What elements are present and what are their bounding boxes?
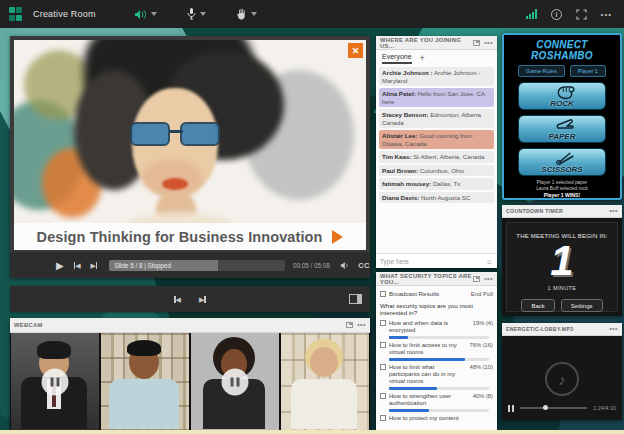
audio-progress-bar[interactable] <box>520 407 587 409</box>
previous-slide-button[interactable]: ◀ <box>74 262 81 269</box>
slide-progress-bar[interactable]: Slide 5 / 8 | Stopped <box>109 260 284 271</box>
poll-option-label: How to limit access to my virtual rooms <box>389 342 466 356</box>
help-icon[interactable]: i <box>551 9 562 20</box>
nav-previous-button[interactable]: ◀ <box>174 296 181 303</box>
portrait-lips <box>162 178 188 190</box>
poll-option-checkbox[interactable] <box>380 364 386 370</box>
countdown-pod: COUNTDOWN TIMER ••• THE MEETING WILL BEG… <box>502 205 622 316</box>
chat-pod: WHERE ARE YOU JOINING US... ••• Everyone… <box>376 36 497 268</box>
poll-option-label: How to limit what participants can do in… <box>389 364 466 385</box>
closed-captions-button[interactable]: CC <box>358 261 370 270</box>
game-result-text: Player 1 selected paper Laura Buff selec… <box>504 180 620 198</box>
tab-everyone[interactable]: Everyone <box>382 53 412 64</box>
webcam-tile[interactable] <box>281 333 369 430</box>
poll-option-result: 40% (8) <box>473 393 493 399</box>
poll-question: What security topics are you most intere… <box>380 302 493 316</box>
roshambo-game-pod: CONNECT ROSHAMBO Game Rules Player 1 ROC… <box>502 33 622 200</box>
countdown-pod-header: COUNTDOWN TIMER ••• <box>502 205 622 218</box>
music-note-icon: ♪ <box>558 371 566 388</box>
player-button[interactable]: Player 1 <box>570 65 606 77</box>
webcam-tile[interactable] <box>101 333 189 430</box>
meeting-room-window: Creative Room <box>0 0 624 434</box>
pod-menu-icon[interactable]: ••• <box>609 327 618 331</box>
countdown-number: 1 <box>507 239 617 283</box>
audio-pod-header: ENERGETIC-LOBBY.MP3 ••• <box>502 323 622 336</box>
webcam-tile[interactable] <box>11 333 99 430</box>
webcam-tile[interactable] <box>191 333 279 430</box>
poll-option-checkbox[interactable] <box>380 320 386 326</box>
end-poll-link[interactable]: End Poll <box>471 291 493 297</box>
chat-message: Paul Brown: Columbus, Ohio <box>379 165 494 177</box>
pod-menu-icon[interactable]: ••• <box>609 209 618 213</box>
audio-time: 1:24/4:10 <box>593 405 616 411</box>
connection-status-icon[interactable] <box>526 9 537 19</box>
broadcast-results-checkbox[interactable] <box>380 291 386 297</box>
pod-menu-icon[interactable]: ••• <box>357 323 366 327</box>
webcam-pod: WEBCAM ••• <box>10 318 370 430</box>
poll-option-checkbox[interactable] <box>380 415 386 421</box>
microphone-control[interactable] <box>187 8 206 20</box>
presentation-pod: ✕ Design Thinking for Business Innovatio… <box>10 36 370 278</box>
poll-pod-header: WHAT SECURITY TOPICS ARE YOU... ••• <box>376 272 497 286</box>
poll-result-bar <box>389 409 489 412</box>
top-menu-bar: Creative Room <box>0 0 624 28</box>
poll-option-checkbox[interactable] <box>380 342 386 348</box>
chat-input-placeholder: Type here <box>380 258 486 265</box>
divider <box>514 202 610 203</box>
next-slide-button[interactable]: ▶ <box>91 262 98 269</box>
play-arrow-icon[interactable] <box>332 230 343 244</box>
expand-pod-icon[interactable] <box>346 322 353 328</box>
poll-result-bar <box>389 387 489 390</box>
audio-progress-thumb[interactable] <box>543 405 548 410</box>
scissors-button[interactable]: SCISSORS <box>518 148 606 176</box>
slide-title: Design Thinking for Business Innovation <box>37 229 323 245</box>
speaker-control[interactable] <box>134 9 157 20</box>
layout-panel-toggle-icon[interactable] <box>349 294 362 304</box>
chat-message: Archie Johnson : Archie Johnson - Maryla… <box>379 67 494 86</box>
playback-time: 00:05 / 05:08 <box>293 262 330 269</box>
chat-tabs: Everyone + <box>376 50 497 64</box>
paper-hand-icon <box>554 117 576 133</box>
microphone-icon <box>187 8 196 20</box>
raise-hand-control[interactable] <box>236 8 257 20</box>
poll-option-result: 19% (4) <box>473 320 493 326</box>
poll-result-bar <box>389 336 489 339</box>
poll-option-result: 48% (10) <box>469 364 493 370</box>
chat-message: Diana Davis: North Augusta SC <box>379 192 494 204</box>
settings-button[interactable]: Settings <box>561 299 603 312</box>
paper-button[interactable]: PAPER <box>518 115 606 143</box>
pause-button[interactable] <box>508 405 514 412</box>
pod-navigation-strip: ◀ ▶ <box>10 286 370 312</box>
emoji-icon[interactable]: ☺ <box>486 258 493 265</box>
chat-message: Tim Kaas: St Albert, Alberta, Canada <box>379 151 494 163</box>
poll-option-label: How to protect my content <box>389 415 490 422</box>
chevron-down-icon <box>151 12 157 16</box>
pod-menu-icon[interactable]: ••• <box>484 277 493 281</box>
poll-option-label: How to strengthen user authentication <box>389 393 470 407</box>
nav-next-button[interactable]: ▶ <box>199 296 206 303</box>
volume-icon[interactable] <box>340 261 350 270</box>
expand-pod-icon[interactable] <box>473 40 480 46</box>
chat-pod-title: WHERE ARE YOU JOINING US... <box>380 37 473 49</box>
chat-input[interactable]: Type here ☺ <box>376 253 497 268</box>
poll-option-checkbox[interactable] <box>380 393 386 399</box>
countdown-body: THE MEETING WILL BEGIN IN: 1 1 MINUTE Ba… <box>506 222 618 312</box>
adobe-connect-logo-icon <box>9 7 23 21</box>
countdown-unit: 1 MINUTE <box>507 285 617 291</box>
audio-pod-title: ENERGETIC-LOBBY.MP3 <box>506 326 573 332</box>
fullscreen-icon[interactable] <box>576 9 587 20</box>
overflow-menu-icon[interactable]: ••• <box>601 10 612 19</box>
back-button[interactable]: Back <box>521 299 554 312</box>
game-rules-button[interactable]: Game Rules <box>518 65 565 77</box>
audio-player-pod: ENERGETIC-LOBBY.MP3 ••• ♪ 1:24/4:10 <box>502 323 622 420</box>
add-chat-tab-icon[interactable]: + <box>420 55 425 62</box>
rock-button[interactable]: ROCK <box>518 82 606 110</box>
expand-pod-icon[interactable] <box>473 276 480 282</box>
webcam-pod-header: WEBCAM ••• <box>10 318 370 333</box>
chat-message: Stacey Benson: Edmonton, Alberta Canada <box>379 109 494 128</box>
room-title: Creative Room <box>33 9 96 19</box>
close-icon[interactable]: ✕ <box>348 43 363 58</box>
play-button[interactable]: ▶ <box>56 260 64 271</box>
chat-pod-header: WHERE ARE YOU JOINING US... ••• <box>376 36 497 50</box>
pod-menu-icon[interactable]: ••• <box>484 41 493 45</box>
